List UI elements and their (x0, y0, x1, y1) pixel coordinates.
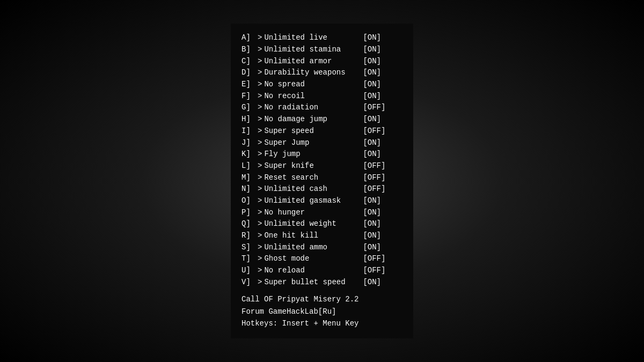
menu-key: T] (241, 253, 258, 265)
menu-arrow: > (258, 265, 262, 277)
footer-section: Call OF Pripyat Misery 2.2 Forum GameHac… (241, 293, 400, 329)
menu-status: [ON] (363, 218, 381, 230)
menu-item[interactable]: N] > Unlimited cash[OFF] (241, 183, 400, 195)
menu-status: [ON] (363, 79, 381, 91)
menu-status: [ON] (363, 242, 381, 254)
menu-status: [ON] (363, 195, 381, 207)
cheat-menu: A] > Unlimited live[ON]B] > Unlimited st… (231, 24, 413, 338)
menu-status: [OFF] (363, 125, 385, 137)
menu-key: V] (241, 277, 258, 289)
menu-label: Super Jump (264, 137, 361, 149)
menu-label: No recoil (264, 91, 361, 102)
menu-status: [ON] (363, 67, 381, 79)
menu-status: [OFF] (363, 172, 385, 184)
menu-label: Super knife (264, 160, 361, 172)
menu-arrow: > (258, 149, 262, 160)
menu-arrow: > (258, 137, 262, 149)
menu-arrow: > (258, 32, 262, 44)
menu-status: [ON] (363, 114, 381, 125)
menu-status: [ON] (363, 91, 381, 102)
menu-item[interactable]: B] > Unlimited stamina[ON] (241, 44, 400, 56)
menu-label: Unlimited armor (264, 56, 361, 68)
menu-label: No hunger (264, 207, 361, 219)
menu-label: Reset search (264, 172, 361, 184)
menu-item[interactable]: P] > No hunger[ON] (241, 207, 400, 219)
menu-key: O] (241, 195, 258, 207)
menu-label: Unlimited weight (264, 218, 361, 230)
menu-item[interactable]: R] > One hit kill[ON] (241, 230, 400, 242)
menu-arrow: > (258, 195, 262, 207)
menu-arrow: > (258, 242, 262, 254)
menu-arrow: > (258, 125, 262, 137)
menu-status: [ON] (363, 32, 381, 44)
menu-status: [ON] (363, 56, 381, 68)
menu-label: Super speed (264, 125, 361, 137)
menu-label: Unlimited stamina (264, 44, 361, 56)
menu-status: [OFF] (363, 265, 385, 277)
menu-label: Unlimited ammo (264, 242, 361, 254)
menu-status: [ON] (363, 149, 381, 160)
footer-line2: Forum GameHackLab[Ru] (241, 306, 400, 317)
menu-arrow: > (258, 207, 262, 219)
menu-item[interactable]: K] > Fly jump[ON] (241, 149, 400, 160)
menu-item[interactable]: E] > No spread[ON] (241, 79, 400, 91)
menu-key: D] (241, 67, 258, 79)
menu-arrow: > (258, 91, 262, 102)
menu-key: H] (241, 114, 258, 125)
menu-arrow: > (258, 253, 262, 265)
menu-status: [ON] (363, 277, 381, 289)
menu-status: [ON] (363, 207, 381, 219)
menu-status: [OFF] (363, 102, 385, 114)
menu-item[interactable]: H] > No damage jump[ON] (241, 114, 400, 125)
menu-arrow: > (258, 56, 262, 68)
menu-item[interactable]: T] > Ghost mode[OFF] (241, 253, 400, 265)
menu-item[interactable]: Q] > Unlimited weight[ON] (241, 218, 400, 230)
menu-key: P] (241, 207, 258, 219)
menu-arrow: > (258, 67, 262, 79)
menu-arrow: > (258, 277, 262, 289)
menu-key: I] (241, 125, 258, 137)
menu-label: Super bullet speed (264, 277, 361, 289)
menu-status: [ON] (363, 137, 381, 149)
menu-label: No spread (264, 79, 361, 91)
menu-key: K] (241, 149, 258, 160)
menu-label: No reload (264, 265, 361, 277)
menu-key: M] (241, 172, 258, 184)
menu-item[interactable]: A] > Unlimited live[ON] (241, 32, 400, 44)
menu-item[interactable]: D] > Durability weapons[ON] (241, 67, 400, 79)
menu-key: S] (241, 242, 258, 254)
menu-status: [OFF] (363, 183, 385, 195)
menu-item[interactable]: G] > No radiation[OFF] (241, 102, 400, 114)
menu-arrow: > (258, 79, 262, 91)
menu-item[interactable]: O] > Unlimited gasmask[ON] (241, 195, 400, 207)
menu-arrow: > (258, 218, 262, 230)
menu-arrow: > (258, 183, 262, 195)
menu-item[interactable]: L] > Super knife[OFF] (241, 160, 400, 172)
menu-arrow: > (258, 114, 262, 125)
menu-label: No damage jump (264, 114, 361, 125)
menu-key: Q] (241, 218, 258, 230)
menu-label: Unlimited live (264, 32, 361, 44)
menu-key: J] (241, 137, 258, 149)
menu-key: N] (241, 183, 258, 195)
footer-line1: Call OF Pripyat Misery 2.2 (241, 293, 400, 305)
menu-item[interactable]: C] > Unlimited armor[ON] (241, 56, 400, 68)
menu-item[interactable]: I] > Super speed[OFF] (241, 125, 400, 137)
menu-item[interactable]: S] > Unlimited ammo[ON] (241, 242, 400, 254)
menu-key: R] (241, 230, 258, 242)
menu-label: Ghost mode (264, 253, 361, 265)
menu-status: [ON] (363, 230, 381, 242)
menu-label: No radiation (264, 102, 361, 114)
menu-arrow: > (258, 230, 262, 242)
menu-item[interactable]: J] > Super Jump[ON] (241, 137, 400, 149)
footer-line3: Hotkeys: Insert + Menu Key (241, 317, 400, 329)
menu-label: Durability weapons (264, 67, 361, 79)
menu-item[interactable]: U] > No reload[OFF] (241, 265, 400, 277)
menu-label: Unlimited cash (264, 183, 361, 195)
menu-item[interactable]: M] > Reset search[OFF] (241, 172, 400, 184)
menu-key: A] (241, 32, 258, 44)
menu-item[interactable]: F] > No recoil[ON] (241, 91, 400, 102)
menu-arrow: > (258, 44, 262, 56)
menu-item[interactable]: V] > Super bullet speed[ON] (241, 277, 400, 289)
menu-label: Unlimited gasmask (264, 195, 361, 207)
